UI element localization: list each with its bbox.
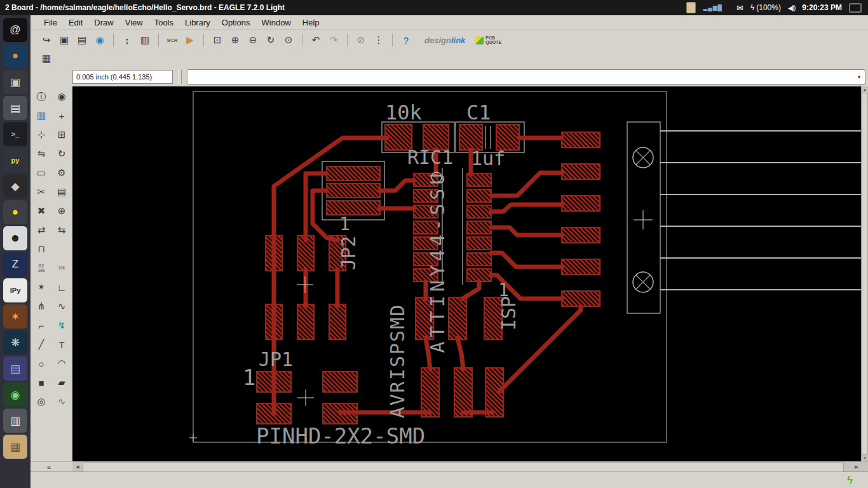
board-label[interactable]: ATTINY44-SSU	[426, 170, 449, 353]
toolbar-zoom-redraw-button[interactable]: ↻	[262, 32, 279, 48]
dock-zeal-icon[interactable]: Z	[3, 252, 27, 276]
dock-archive-icon[interactable]: ▦	[3, 435, 27, 459]
smd-pad[interactable]	[562, 132, 600, 147]
tool-group-button[interactable]: ▭	[32, 164, 51, 182]
display-tray-icon[interactable]	[849, 3, 862, 13]
power-tray-indicator[interactable]: ϟ (100%)	[750, 3, 781, 12]
tool-rect-button[interactable]: ■	[32, 374, 51, 391]
smd-pad[interactable]	[467, 205, 491, 218]
tool-split-button[interactable]: ⋔	[32, 297, 51, 315]
copper-trace[interactable]	[491, 173, 562, 196]
toolbar-help-button[interactable]: ?	[398, 32, 414, 48]
toolbar-sep6-button[interactable]	[392, 34, 393, 46]
smd-pad[interactable]	[459, 125, 482, 150]
smd-pad[interactable]	[327, 166, 380, 180]
smd-pad[interactable]	[467, 189, 491, 202]
board-label[interactable]: 1	[243, 365, 255, 390]
scroll-up-button[interactable]: ▲	[862, 86, 868, 93]
toolbar-sep5-button[interactable]	[347, 34, 348, 46]
dock-color-picker-icon[interactable]: ●	[3, 200, 27, 224]
smd-pad[interactable]	[562, 164, 600, 179]
tool-mark-button[interactable]: +	[52, 107, 71, 125]
clock[interactable]: 9:20:23 PM	[802, 3, 842, 12]
dock-files-icon[interactable]: ▥	[3, 409, 27, 433]
smd-pad[interactable]	[329, 304, 346, 339]
smd-pad[interactable]	[454, 368, 472, 417]
smd-pad[interactable]	[562, 259, 600, 274]
tool-cut-button[interactable]: ✂	[32, 183, 51, 201]
tool-miter-button[interactable]: ∟	[52, 278, 71, 296]
clipboard-tray-icon[interactable]	[686, 2, 696, 13]
smd-pad[interactable]	[467, 173, 491, 186]
tool-polygon-button[interactable]: ▰	[52, 374, 71, 391]
dock-terminal-icon[interactable]: >_	[3, 122, 27, 146]
toolbar-undo-button[interactable]: ↶	[308, 32, 324, 48]
mail-tray-icon[interactable]: ✉	[736, 3, 743, 13]
dock-firefox-icon[interactable]: ●	[3, 44, 27, 68]
smd-pad[interactable]	[297, 236, 314, 271]
smd-pad[interactable]	[467, 237, 491, 250]
smd-pad[interactable]	[562, 291, 600, 306]
menu-window[interactable]: Window	[256, 17, 297, 29]
smd-pad[interactable]	[327, 184, 380, 198]
smd-pad[interactable]	[421, 368, 439, 417]
smd-pad[interactable]	[266, 304, 282, 339]
tool-replace-button[interactable]: ⇆	[52, 221, 71, 239]
smd-pad[interactable]	[467, 221, 491, 234]
tool-wire-button[interactable]: ╱	[32, 336, 51, 353]
smd-pad[interactable]	[449, 297, 466, 339]
tool-arc-button[interactable]: ◠	[52, 355, 71, 372]
toolbar-zoom-in-button[interactable]: ⊕	[227, 32, 243, 48]
board-label[interactable]: AVRISPSMD	[386, 304, 409, 419]
board-label[interactable]: PINHD-2X2-SMD	[256, 423, 425, 449]
toolbar-save-button[interactable]: ▣	[56, 32, 72, 48]
dock-apps-icon[interactable]: ▤	[3, 356, 27, 381]
board-label[interactable]: 1uf	[471, 147, 505, 170]
horizontal-scroll-track[interactable]	[83, 462, 851, 472]
toolbar-columns-button[interactable]: ▥	[137, 32, 153, 48]
tool-copy-button[interactable]: ⊞	[52, 126, 71, 144]
dock-python-icon[interactable]: py	[3, 148, 27, 172]
toolbar-zoom-fit-button[interactable]: ⊡	[209, 32, 226, 48]
menu-library[interactable]: Library	[179, 17, 216, 29]
toolbar-run-button[interactable]: ▶	[182, 32, 198, 48]
smd-pad[interactable]	[485, 368, 503, 417]
copper-trace[interactable]	[491, 205, 562, 212]
tool-paste-button[interactable]: ▤	[52, 183, 71, 201]
horizontal-scroll-thumb[interactable]	[83, 462, 844, 472]
network-tray-icon[interactable]: ▂▄▆█	[703, 4, 722, 11]
smd-pad[interactable]	[297, 304, 314, 339]
board-label[interactable]: C1	[466, 100, 491, 125]
grid-button[interactable]: ▦	[38, 50, 55, 67]
toolbar-sep4-button[interactable]	[302, 34, 302, 46]
menu-view[interactable]: View	[119, 17, 149, 29]
tool-lock-button[interactable]: ⊓	[32, 240, 51, 258]
board-label[interactable]: ISP	[498, 296, 520, 330]
toolbar-sep2-button[interactable]	[158, 34, 159, 46]
board-label[interactable]: 10k	[385, 100, 422, 125]
board-label[interactable]: JP2	[337, 236, 360, 270]
toolbar-open-button[interactable]: ↪	[38, 32, 55, 48]
smd-pad[interactable]	[257, 403, 291, 424]
dock-butterfly-icon[interactable]: ✶	[3, 304, 27, 329]
pcb-drawing[interactable]: 10kC1RIC11uf1JP2ATTINY44-SSUAVRISPSMD1IS…	[72, 86, 861, 461]
smd-pad[interactable]	[323, 372, 357, 392]
vertical-scroll-thumb[interactable]	[862, 93, 868, 455]
copper-trace[interactable]	[463, 281, 479, 299]
designlink-logo[interactable]: designlink	[424, 36, 465, 45]
dock-inkscape-icon[interactable]: ◆	[3, 174, 27, 198]
board-label[interactable]: RIC1	[407, 146, 453, 168]
smd-pad[interactable]	[467, 269, 491, 281]
smd-pad[interactable]	[327, 201, 380, 215]
smd-pad[interactable]	[266, 236, 282, 271]
tool-show-button[interactable]: ◉	[52, 88, 71, 105]
smd-pad[interactable]	[257, 372, 291, 392]
smd-pad[interactable]	[562, 196, 600, 211]
toolbar-more-button[interactable]: ⋮	[370, 32, 387, 48]
menu-help[interactable]: Help	[297, 17, 325, 29]
toolbar-header-button[interactable]: ↕	[119, 32, 135, 48]
dock-web-icon[interactable]: ❋	[3, 330, 27, 355]
vertical-scrollbar[interactable]: ▲ ▼	[861, 86, 868, 461]
tool-rotate-button[interactable]: ↻	[52, 145, 71, 163]
menu-tools[interactable]: Tools	[149, 17, 179, 29]
